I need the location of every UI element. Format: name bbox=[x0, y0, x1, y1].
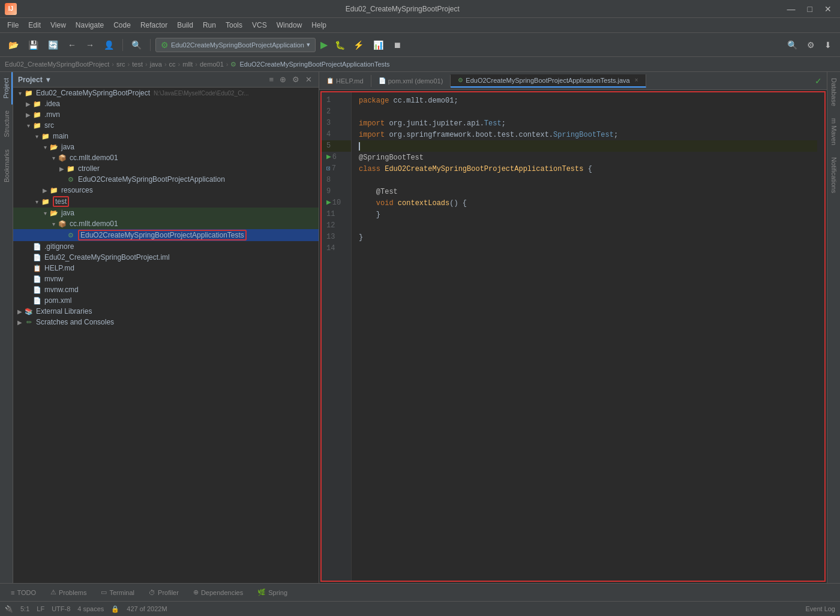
run-gutter-6[interactable]: ▶ bbox=[326, 151, 331, 164]
bc-current-file[interactable]: ⚙ EduO2CreateMySpringBootProjectApplicat… bbox=[230, 61, 389, 68]
menu-run[interactable]: Run bbox=[198, 20, 221, 31]
status-git[interactable]: 🔌 bbox=[5, 605, 13, 613]
run-gutter-10[interactable]: ▶ bbox=[326, 197, 331, 209]
git-btn[interactable]: 👤 bbox=[100, 38, 118, 52]
run-config-selector[interactable]: ⚙ Edu02CreateMySpringBootProjectApplicat… bbox=[155, 38, 316, 52]
tree-item-app-class[interactable]: ⚙ EduO2CreateMySpringBootProjectApplicat… bbox=[13, 174, 319, 185]
update-btn[interactable]: ⬇ bbox=[821, 38, 835, 52]
locate-btn[interactable]: ⊕ bbox=[278, 74, 288, 85]
bc-project[interactable]: Edu02_CreateMySpringBootProject bbox=[5, 61, 109, 68]
panel-close-btn[interactable]: ✕ bbox=[304, 74, 314, 85]
debug-gutter-7[interactable]: ⊡ bbox=[326, 164, 331, 175]
menu-tools[interactable]: Tools bbox=[221, 20, 247, 31]
tree-item-idea[interactable]: ▶ 📁 .idea bbox=[13, 98, 319, 109]
menu-help[interactable]: Help bbox=[307, 20, 331, 31]
sync-btn[interactable]: 🔄 bbox=[44, 38, 62, 52]
tree-item-mvn[interactable]: ▶ 📁 .mvn bbox=[13, 109, 319, 120]
code-line-4: import org.springframework.boot.test.con… bbox=[359, 129, 817, 140]
menu-navigate[interactable]: Navigate bbox=[71, 20, 109, 31]
right-tab-database[interactable]: Database bbox=[829, 72, 839, 112]
tree-item-help-md[interactable]: 📋 HELP.md bbox=[13, 263, 319, 274]
sidebar-tab-structure[interactable]: Structure bbox=[1, 104, 12, 143]
right-tab-maven[interactable]: m Maven bbox=[829, 112, 839, 151]
forward-btn[interactable]: → bbox=[82, 38, 98, 52]
status-event-log[interactable]: Event Log bbox=[805, 605, 835, 612]
menu-file[interactable]: File bbox=[2, 20, 23, 31]
ext-libs-icon: 📚 bbox=[24, 307, 34, 316]
tree-item-java-test[interactable]: ▾ 📂 java bbox=[13, 208, 319, 218]
right-tab-notifications[interactable]: Notifications bbox=[829, 151, 839, 199]
gutter-line-1: 1 bbox=[322, 95, 351, 106]
bc-cc[interactable]: cc bbox=[169, 61, 176, 68]
status-indent[interactable]: 4 spaces bbox=[77, 605, 104, 612]
tree-item-test-class[interactable]: ⚙ EduO2CreateMySpringBootProjectApplicat… bbox=[13, 229, 319, 241]
status-encoding[interactable]: UTF-8 bbox=[52, 605, 70, 612]
settings-btn[interactable]: ⚙ bbox=[803, 38, 818, 52]
profiler-icon: ⏱ bbox=[149, 589, 155, 596]
bc-test[interactable]: test bbox=[132, 61, 143, 68]
menu-view[interactable]: View bbox=[46, 20, 71, 31]
close-button[interactable]: ✕ bbox=[821, 3, 835, 15]
tree-item-mvnw[interactable]: 📄 mvnw bbox=[13, 274, 319, 284]
tree-item-ctroller[interactable]: ▶ 📁 ctroller bbox=[13, 163, 319, 174]
search-everywhere-btn[interactable]: 🔍 bbox=[128, 38, 145, 52]
run-button[interactable]: ▶ bbox=[318, 38, 330, 52]
tree-item-main[interactable]: ▾ 📁 main bbox=[13, 131, 319, 142]
save-btn[interactable]: 💾 bbox=[25, 38, 42, 52]
tree-item-src[interactable]: ▾ 📁 src bbox=[13, 120, 319, 131]
tree-item-ext-libs[interactable]: ▶ 📚 External Libraries bbox=[13, 306, 319, 317]
tree-item-scratches[interactable]: ▶ ✏ Scratches and Consoles bbox=[13, 317, 319, 327]
bottom-tab-profiler[interactable]: ⏱ Profiler bbox=[143, 587, 185, 599]
menu-build[interactable]: Build bbox=[172, 20, 198, 31]
code-line-9: @Test bbox=[359, 186, 817, 197]
tree-item-java-main[interactable]: ▾ 📂 java bbox=[13, 142, 319, 152]
open-btn[interactable]: 📂 bbox=[5, 38, 22, 52]
tree-item-iml[interactable]: 📄 Edu02_CreateMySpringBootProject.iml bbox=[13, 252, 319, 263]
bc-mllt[interactable]: mllt bbox=[182, 61, 193, 68]
sidebar-tab-bookmarks[interactable]: Bookmarks bbox=[1, 143, 12, 188]
bc-demo01[interactable]: demo01 bbox=[200, 61, 224, 68]
back-btn[interactable]: ← bbox=[64, 38, 80, 52]
tree-item-root[interactable]: ▾ 📁 Edu02_CreateMySpringBootProject N:\J… bbox=[13, 88, 319, 98]
tree-item-mvnw-cmd[interactable]: 📄 mvnw.cmd bbox=[13, 284, 319, 295]
menu-edit[interactable]: Edit bbox=[23, 20, 46, 31]
tab-more-btn[interactable]: ✓ bbox=[810, 74, 827, 88]
tree-item-package-main[interactable]: ▾ 📦 cc.mllt.demo01 bbox=[13, 152, 319, 163]
tab-help-md[interactable]: 📋 HELP.md bbox=[319, 75, 371, 87]
search-btn[interactable]: 🔍 bbox=[784, 38, 801, 52]
debug-button[interactable]: 🐛 bbox=[332, 39, 347, 51]
tree-item-test[interactable]: ▾ 📁 test bbox=[13, 196, 319, 208]
menu-refactor[interactable]: Refactor bbox=[136, 20, 172, 31]
tab-test-java[interactable]: ⚙ EduO2CreateMySpringBootProjectApplicat… bbox=[451, 74, 646, 88]
tree-item-resources[interactable]: ▶ 📁 resources bbox=[13, 185, 319, 196]
code-line-5 bbox=[359, 140, 817, 152]
code-editor[interactable]: package cc.mllt.demo01; import org.junit… bbox=[352, 92, 824, 581]
tree-label-iml: Edu02_CreateMySpringBootProject.iml bbox=[44, 253, 170, 262]
project-dropdown[interactable]: ▾ bbox=[46, 76, 50, 84]
minimize-button[interactable]: — bbox=[784, 3, 799, 15]
coverage-button[interactable]: ⚡ bbox=[350, 38, 367, 52]
sidebar-tab-project[interactable]: Project bbox=[1, 72, 13, 104]
bottom-tab-todo[interactable]: ≡ TODO bbox=[5, 587, 42, 599]
menu-vcs[interactable]: VCS bbox=[247, 20, 272, 31]
tree-item-gitignore[interactable]: 📄 .gitignore bbox=[13, 241, 319, 252]
status-line-ending[interactable]: LF bbox=[37, 605, 44, 612]
maximize-button[interactable]: □ bbox=[804, 3, 816, 15]
menu-code[interactable]: Code bbox=[109, 20, 136, 31]
collapse-all-btn[interactable]: ≡ bbox=[267, 74, 275, 85]
status-line-col[interactable]: 5:1 bbox=[20, 605, 29, 612]
tree-item-package-test[interactable]: ▾ 📦 cc.mllt.demo01 bbox=[13, 218, 319, 229]
bottom-tab-spring[interactable]: 🌿 Spring bbox=[251, 586, 293, 599]
bottom-tab-terminal[interactable]: ▭ Terminal bbox=[95, 586, 140, 599]
bc-src[interactable]: src bbox=[116, 61, 125, 68]
profile-button[interactable]: 📊 bbox=[370, 38, 387, 52]
tab-close-test-java[interactable]: × bbox=[635, 77, 638, 83]
menu-window[interactable]: Window bbox=[272, 20, 307, 31]
bottom-tab-dependencies[interactable]: ⊕ Dependencies bbox=[187, 586, 249, 599]
stop-button[interactable]: ⏹ bbox=[389, 38, 405, 52]
bottom-tab-problems[interactable]: ⚠ Problems bbox=[44, 586, 92, 599]
tree-item-pom-xml[interactable]: 📄 pom.xml bbox=[13, 295, 319, 306]
panel-settings-btn[interactable]: ⚙ bbox=[290, 74, 301, 85]
tab-pom-xml[interactable]: 📄 pom.xml (demo01) bbox=[371, 75, 451, 87]
bc-java[interactable]: java bbox=[150, 61, 162, 68]
